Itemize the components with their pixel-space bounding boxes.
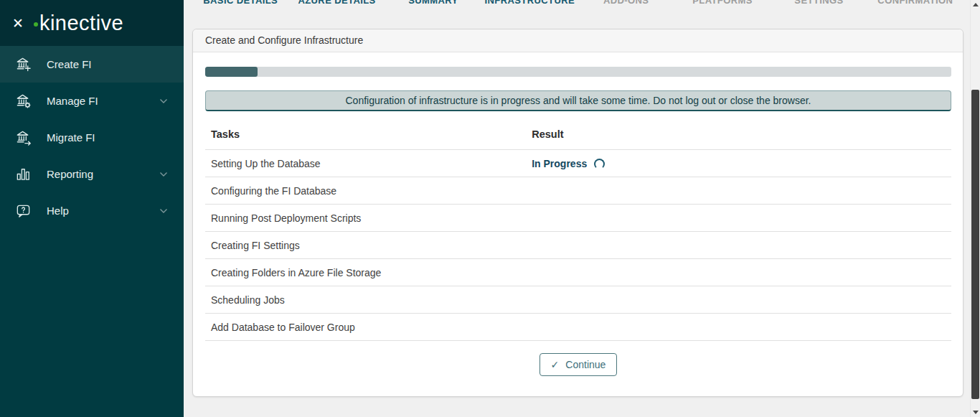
tab-basic-details[interactable]: BASIC DETAILS [192, 0, 288, 8]
task-row: Creating FI Settings [205, 232, 951, 259]
task-result [526, 259, 951, 286]
check-icon: ✓ [551, 359, 560, 370]
sidebar-nav: Create FI Manage FI [0, 46, 184, 229]
app-logo: kinective [33, 11, 123, 35]
task-row: Setting Up the DatabaseIn Progress [205, 150, 951, 177]
bank-arrow-icon [15, 129, 32, 146]
card-body: Configuration of infrastructure is in pr… [193, 52, 963, 376]
card-title: Create and Configure Infrastructure [193, 29, 963, 52]
logo-text: kinective [39, 11, 123, 34]
logo-accent-dot [34, 22, 38, 27]
task-result-text: In Progress [532, 158, 587, 169]
task-row: Add Database to Failover Group [205, 314, 951, 341]
task-result [526, 286, 951, 314]
task-result: In Progress [526, 150, 951, 177]
bank-gear-icon [15, 93, 32, 109]
task-result [526, 205, 951, 232]
sidebar-item-label: Help [47, 205, 159, 217]
task-result [526, 177, 951, 205]
task-name: Add Database to Failover Group [205, 314, 526, 341]
sidebar-item-help[interactable]: Help [0, 192, 184, 229]
column-header-tasks: Tasks [205, 126, 526, 150]
sidebar: ✕ kinective Create FI [0, 0, 184, 417]
in-progress-spinner-icon [594, 159, 605, 169]
chevron-down-icon [159, 172, 168, 177]
tab-summary[interactable]: SUMMARY [385, 0, 481, 8]
column-header-result: Result [526, 126, 951, 150]
sidebar-item-label: Manage FI [47, 95, 159, 107]
task-name: Creating FI Settings [205, 232, 526, 259]
progress-bar-fill [205, 67, 258, 77]
sidebar-item-label: Reporting [47, 168, 159, 180]
main-content: BASIC DETAILSAZURE DETAILSSUMMARYINFRAST… [184, 0, 970, 417]
sidebar-item-create-fi[interactable]: Create FI [0, 46, 184, 83]
infrastructure-card: Create and Configure Infrastructure Conf… [192, 29, 963, 397]
task-name: Setting Up the Database [205, 150, 526, 177]
sidebar-item-reporting[interactable]: Reporting [0, 156, 184, 192]
tab-add-ons: ADD-ONS [578, 0, 674, 8]
continue-button-label: Continue [565, 359, 606, 370]
progress-bar [205, 67, 951, 77]
task-row: Creating Folders in Azure File Storage [205, 259, 951, 286]
in-progress-alert: Configuration of infrastructure is in pr… [205, 90, 951, 111]
tasks-table-body: Setting Up the DatabaseIn ProgressConfig… [205, 150, 951, 341]
tab-azure-details[interactable]: AZURE DETAILS [288, 0, 385, 8]
task-name: Running Post Deployment Scripts [205, 205, 526, 232]
tasks-table-header-row: Tasks Result [205, 126, 951, 150]
chevron-down-icon [159, 98, 168, 104]
help-bubble-icon [15, 202, 32, 219]
chevron-down-icon [159, 208, 168, 214]
task-row: Running Post Deployment Scripts [205, 205, 951, 232]
task-result [526, 232, 951, 259]
bank-plus-icon [15, 56, 32, 72]
wizard-tabs: BASIC DETAILSAZURE DETAILSSUMMARYINFRAST… [192, 0, 963, 8]
vertical-scrollbar [970, 0, 980, 417]
task-name: Configuring the FI Database [205, 177, 526, 205]
task-name: Scheduling Jobs [205, 286, 526, 314]
tab-settings: SETTINGS [771, 0, 867, 8]
task-row: Configuring the FI Database [205, 177, 951, 205]
continue-button[interactable]: ✓Continue [540, 353, 618, 376]
tab-platforms: PLATFORMS [674, 0, 771, 8]
sidebar-item-label: Create FI [47, 58, 168, 70]
task-name: Creating Folders in Azure File Storage [205, 259, 526, 286]
close-menu-icon[interactable]: ✕ [12, 17, 24, 30]
sidebar-item-migrate-fi[interactable]: Migrate FI [0, 119, 184, 156]
scrollbar-down-arrow-icon[interactable] [971, 407, 980, 417]
scrollbar-thumb[interactable] [971, 90, 979, 399]
sidebar-item-manage-fi[interactable]: Manage FI [0, 83, 184, 119]
tasks-table: Tasks Result Setting Up the DatabaseIn P… [205, 126, 951, 341]
bar-chart-icon [15, 166, 32, 182]
sidebar-item-label: Migrate FI [47, 131, 168, 144]
tab-confirmation: CONFIRMATION [867, 0, 963, 8]
scrollbar-up-arrow-icon[interactable] [971, 0, 980, 10]
tab-infrastructure[interactable]: INFRASTRUCTURE [481, 0, 578, 8]
sidebar-header: ✕ kinective [0, 0, 184, 46]
button-row: ✓Continue [205, 341, 951, 376]
task-result [526, 314, 951, 341]
task-row: Scheduling Jobs [205, 286, 951, 314]
